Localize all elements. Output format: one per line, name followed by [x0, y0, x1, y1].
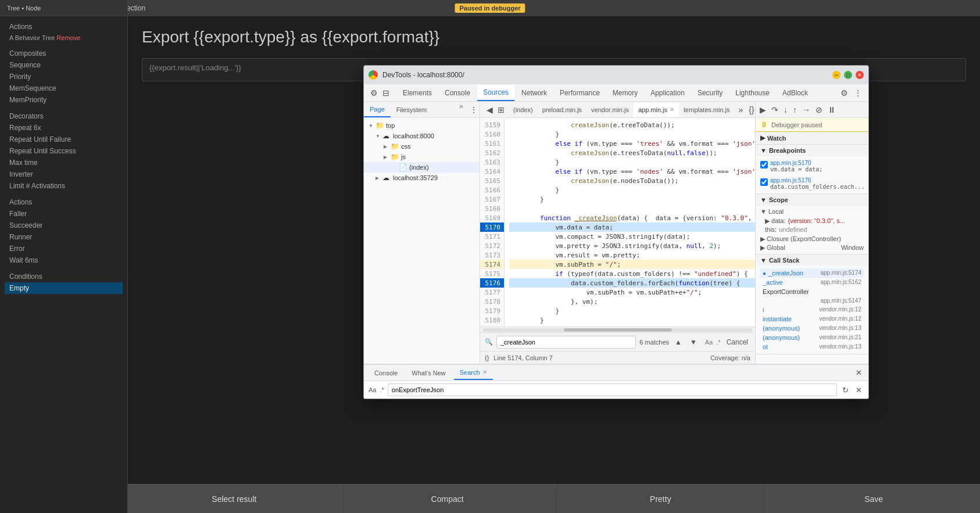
tree-item-top[interactable]: ▼ 📁 top	[364, 120, 480, 131]
tree-item-localhost35729[interactable]: ▶ ☁ localhost:35729	[364, 173, 480, 183]
search-next-button[interactable]: ▼	[688, 337, 699, 347]
sidebar-item-priority[interactable]: Priority	[5, 71, 123, 82]
tree-item-index[interactable]: 📄 (index)	[364, 162, 480, 173]
sidebar-item-limit-activations[interactable]: Limit # Activations	[5, 180, 123, 192]
step-button[interactable]: →	[800, 105, 812, 114]
callstack-header[interactable]: ▼Call Stack	[756, 254, 868, 266]
save-button[interactable]: Save	[767, 485, 980, 513]
close-button[interactable]: ✕	[856, 71, 864, 79]
sidebar-item-memsequence[interactable]: MemSequence	[5, 82, 123, 94]
sidebar-item-max-time[interactable]: Max time	[5, 157, 123, 168]
code-tab-appmin[interactable]: app.min.js ✕	[634, 103, 679, 117]
devtools-settings-icon[interactable]: ⚙	[369, 88, 380, 98]
code-tab-preload[interactable]: preload.min.js	[538, 103, 586, 117]
callstack-anon2[interactable]: (anonymous) vendor.min.js:13	[760, 324, 864, 333]
search-clear-button[interactable]: ✕	[854, 386, 864, 394]
more-icon[interactable]: ⋮	[852, 88, 864, 98]
callstack-instantiate[interactable]: instantiate vendor.min.js:12	[760, 314, 864, 324]
code-tab-more[interactable]: »	[737, 105, 745, 114]
regex-toggle[interactable]: .*	[380, 386, 384, 393]
deactivate-breakpoints[interactable]: ⊘	[814, 105, 824, 114]
sidebar-item-error[interactable]: Error	[5, 243, 123, 254]
search-match-case[interactable]: Aa	[705, 339, 713, 346]
sidebar-item-inverter[interactable]: Inverter	[5, 168, 123, 180]
step-into-button[interactable]: ↓	[782, 105, 789, 114]
bottom-panel-close[interactable]: ✕	[854, 368, 864, 377]
tab-performance[interactable]: Performance	[554, 85, 606, 101]
bottom-tab-console[interactable]: Console	[369, 366, 403, 380]
sidebar-item-actions[interactable]: Actions	[5, 21, 123, 33]
code-pretty-print[interactable]: {}	[747, 105, 755, 114]
bottom-tab-whatsnew[interactable]: What's New	[406, 366, 451, 380]
bp-5176-check[interactable]	[760, 178, 768, 186]
step-over-button[interactable]: ↷	[770, 105, 780, 114]
code-tab-vendor[interactable]: vendor.min.js	[586, 103, 634, 117]
sidebar-item-repeat-until-success[interactable]: Repeat Until Success	[5, 145, 123, 157]
code-tab-templates[interactable]: templates.min.js	[679, 103, 734, 117]
sidebar-item-succeeder[interactable]: Succeeder	[5, 220, 123, 231]
left-panel-more-button[interactable]: ⋮	[468, 102, 480, 117]
settings-icon[interactable]: ⚙	[839, 88, 850, 98]
code-search-input[interactable]	[496, 336, 636, 349]
bottom-search-input[interactable]	[388, 383, 837, 396]
tab-back-button[interactable]: ◀	[485, 105, 495, 114]
tree-item-css[interactable]: ▶ 📁 css	[364, 141, 480, 152]
tab-layout-button[interactable]: ⊞	[496, 105, 506, 114]
sidebar-item-sequence[interactable]: Sequence	[5, 59, 123, 71]
compact-button[interactable]: Compact	[341, 485, 555, 513]
maximize-button[interactable]: □	[844, 71, 852, 79]
left-tab-filesystem[interactable]: Filesystem	[391, 102, 433, 117]
tab-sources[interactable]: Sources	[477, 85, 514, 101]
callstack-active[interactable]: _active app.min.js:5162	[760, 278, 864, 287]
sidebar-item-actions-section[interactable]: Actions	[5, 196, 123, 208]
tab-adblock[interactable]: AdBlock	[777, 85, 814, 101]
match-case-toggle[interactable]: Aa	[369, 386, 376, 393]
step-out-button[interactable]: ↑	[791, 105, 799, 114]
tab-console[interactable]: Console	[439, 85, 476, 101]
bottom-tab-search[interactable]: Search ✕	[454, 366, 493, 380]
tab-security[interactable]: Security	[692, 85, 728, 101]
tab-elements[interactable]: Elements	[397, 85, 438, 101]
sidebar-item-behavior-tree[interactable]: A Behavior Tree Remove	[5, 33, 123, 43]
callstack-ot[interactable]: ot vendor.min.js:13	[760, 342, 864, 351]
tab-memory[interactable]: Memory	[607, 85, 643, 101]
sidebar-item-faller[interactable]: Faller	[5, 208, 123, 220]
callstack-i[interactable]: i vendor.min.js:12	[760, 305, 864, 314]
callstack-anon1[interactable]: app.min.js:5147	[760, 296, 864, 305]
search-refresh-button[interactable]: ↻	[840, 386, 850, 394]
sidebar-item-runner[interactable]: Runner	[5, 231, 123, 243]
code-area[interactable]: 5159 5160 5161 5162 5163 5164 5165 5166 …	[480, 118, 755, 327]
tab-network[interactable]: Network	[516, 85, 553, 101]
minimize-button[interactable]: ─	[832, 71, 840, 79]
scope-header[interactable]: ▼Scope	[756, 194, 868, 206]
tab-application[interactable]: Application	[645, 85, 691, 101]
search-tab-close[interactable]: ✕	[482, 369, 487, 375]
sidebar-item-empty[interactable]: Empty	[5, 282, 123, 294]
sidebar-item-wait-6ms[interactable]: Wait 6ms	[5, 254, 123, 266]
tree-item-localhost8000[interactable]: ▼ ☁ localhost:8000	[364, 131, 480, 141]
callstack-exportcontroller[interactable]: ExportController	[760, 287, 864, 296]
pause-on-exceptions[interactable]: ⏸	[826, 105, 838, 114]
callstack-createjson[interactable]: ●_createJson app.min.js:5174	[760, 268, 864, 278]
search-prev-button[interactable]: ▲	[673, 337, 684, 347]
callstack-anon3[interactable]: (anonymous) vendor.min.js:21	[760, 333, 864, 342]
pretty-button[interactable]: Pretty	[555, 485, 768, 513]
sidebar-item-conditions[interactable]: Conditions	[5, 271, 123, 282]
bp-5170-check[interactable]	[760, 161, 768, 168]
left-tab-page[interactable]: Page	[364, 102, 391, 117]
sidebar-item-decorators[interactable]: Decorators	[5, 110, 123, 122]
devtools-dock-icon[interactable]: ⊟	[381, 88, 391, 98]
sidebar-item-mempriority[interactable]: MemPriority	[5, 94, 123, 106]
resume-button[interactable]: ▶	[758, 105, 768, 114]
tree-item-js[interactable]: ▶ 📁 js	[364, 152, 480, 162]
code-scrollbar-x[interactable]	[480, 327, 755, 332]
tab-lighthouse[interactable]: Lighthouse	[729, 85, 775, 101]
sidebar-item-repeat-until-failure[interactable]: Repeat Until Failure	[5, 134, 123, 145]
watch-header[interactable]: ▶Watch	[756, 132, 868, 144]
search-cancel-button[interactable]: Cancel	[724, 337, 750, 347]
left-tab-more[interactable]: »	[456, 102, 467, 117]
select-result-button[interactable]: Select result	[128, 485, 341, 513]
sidebar-item-composites[interactable]: Composites	[5, 48, 123, 59]
sidebar-item-repeat-6x[interactable]: Repeat 6x	[5, 122, 123, 134]
code-tab-index[interactable]: (index)	[509, 103, 538, 117]
